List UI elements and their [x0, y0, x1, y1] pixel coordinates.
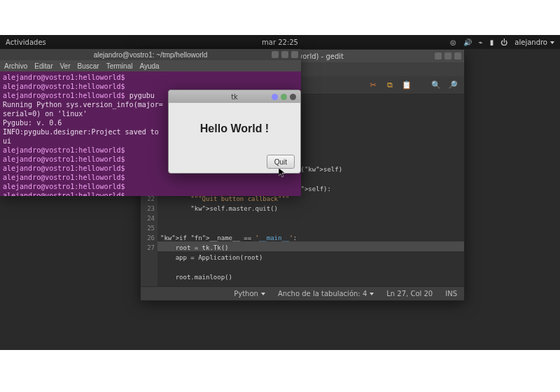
- activities-button[interactable]: Actividades: [6, 38, 46, 46]
- terminal-menu-item[interactable]: Terminal: [106, 62, 133, 70]
- search-icon[interactable]: 🔍: [430, 80, 442, 91]
- line-number: 24: [141, 214, 155, 223]
- code-line: app = Application(root): [160, 253, 461, 262]
- copy-icon[interactable]: ⧉: [384, 80, 396, 91]
- bluetooth-icon[interactable]: ⌁: [479, 38, 483, 46]
- terminal-menu-item[interactable]: Ver: [59, 62, 70, 70]
- tk-title: tk: [231, 93, 238, 101]
- quit-button[interactable]: Quit: [267, 155, 295, 169]
- tk-titlebar[interactable]: tk: [169, 90, 300, 103]
- terminal-line: alejandro@vostro1:helloworld$: [3, 191, 298, 196]
- terminal-menu-item[interactable]: Archivo: [4, 62, 27, 70]
- code-line: root = tk.Tk(): [160, 243, 461, 253]
- terminal-line: alejandro@vostro1:helloworld$: [3, 73, 298, 82]
- replace-icon[interactable]: 🔎: [447, 80, 458, 91]
- volume-icon[interactable]: 🔊: [463, 38, 472, 46]
- status-language[interactable]: Python: [234, 290, 265, 298]
- close-button[interactable]: [290, 94, 296, 100]
- maximize-button[interactable]: [281, 94, 287, 100]
- terminal-menu-item[interactable]: Editar: [34, 62, 52, 70]
- status-tabwidth[interactable]: Ancho de la tabulación: 4: [278, 290, 374, 298]
- minimize-button[interactable]: [272, 51, 279, 58]
- line-number: 26: [141, 233, 155, 243]
- clock[interactable]: mar 22:25: [262, 38, 298, 46]
- user-menu[interactable]: alejandro: [514, 38, 554, 46]
- line-number: 23: [141, 204, 155, 214]
- code-line: "kw">if "fn">__name__ == '__main__':: [160, 233, 461, 243]
- cut-icon[interactable]: ✂: [368, 80, 379, 91]
- code-line: [160, 214, 461, 223]
- code-line: [160, 223, 461, 233]
- power-icon[interactable]: ⏻: [500, 38, 507, 46]
- maximize-button[interactable]: [281, 51, 288, 58]
- terminal-line: alejandro@vostro1:helloworld$: [3, 173, 298, 182]
- maximize-button[interactable]: [444, 52, 451, 59]
- terminal-title: alejandro@vostro1: ~/tmp/helloworld: [94, 51, 208, 59]
- code-line: "kw">self.master.quit(): [160, 204, 461, 214]
- battery-icon[interactable]: ▮: [490, 38, 494, 46]
- terminal-menu-item[interactable]: Ayuda: [139, 62, 159, 70]
- status-position: Ln 27, Col 20: [386, 290, 433, 298]
- status-mode: INS: [445, 290, 457, 298]
- code-line: root.mainloop(): [160, 272, 461, 282]
- tk-body: Hello World !: [169, 103, 300, 155]
- line-number: 25: [141, 223, 155, 233]
- gnome-topbar: Actividades mar 22:25 ◎ 🔊 ⌁ ▮ ⏻ alejandr…: [0, 35, 560, 49]
- code-line: [160, 262, 461, 272]
- gedit-statusbar: Python Ancho de la tabulación: 4 Ln 27, …: [141, 286, 464, 300]
- close-button[interactable]: [291, 51, 298, 58]
- minimize-button[interactable]: [435, 52, 442, 59]
- line-number: 27: [141, 243, 155, 253]
- terminal-menubar: ArchivoEditarVerBuscarTerminalAyuda: [0, 60, 301, 71]
- hello-label: Hello World !: [200, 122, 269, 135]
- terminal-titlebar[interactable]: alejandro@vostro1: ~/tmp/helloworld: [0, 49, 301, 60]
- minimize-button[interactable]: [272, 94, 278, 100]
- terminal-menu-item[interactable]: Buscar: [78, 62, 99, 70]
- paste-icon[interactable]: 📋: [401, 80, 412, 91]
- tk-window: tk Hello World ! Quit: [168, 90, 301, 174]
- accessibility-icon[interactable]: ◎: [450, 38, 456, 46]
- close-button[interactable]: [454, 52, 461, 59]
- terminal-line: alejandro@vostro1:helloworld$: [3, 182, 298, 191]
